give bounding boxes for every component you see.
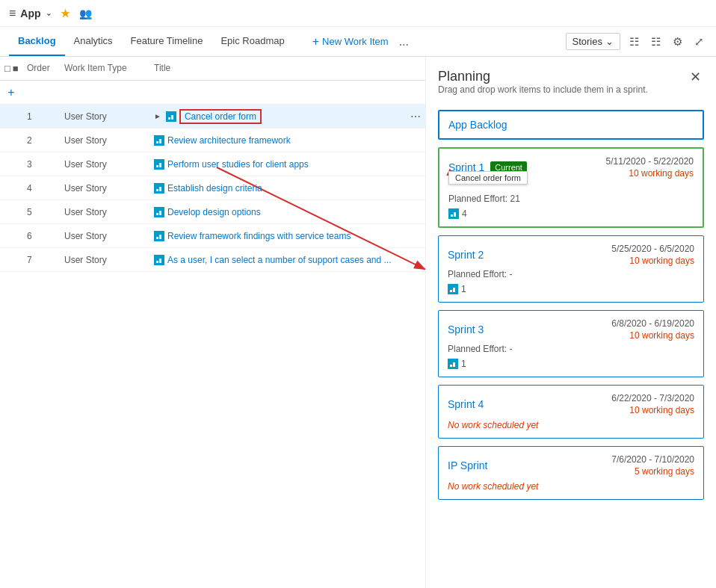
item-title-link[interactable]: As a user, I can select a number of supp… (167, 255, 392, 265)
settings-icon[interactable]: ⚙ (670, 34, 685, 50)
tab-feature-timeline[interactable]: Feature Timeline (122, 27, 212, 56)
collapse-all-icon[interactable]: ■ (13, 63, 19, 74)
item-title-link[interactable]: Review framework findings with service t… (167, 231, 351, 241)
row-type: User Story (60, 134, 149, 147)
app-chevron-icon[interactable]: ⌄ (46, 9, 52, 17)
sprint-count: 4 (462, 208, 467, 219)
sprint-working-days: 10 working days (611, 256, 694, 266)
tab-analytics[interactable]: Analytics (65, 27, 122, 56)
sprint-count: 1 (461, 359, 466, 369)
sprint-dates: 7/6/2020 - 7/10/2020 (611, 454, 694, 465)
nav-right: Stories ⌄ ☷ ☷ ⚙ ⤢ (566, 33, 707, 50)
sprint-name: Sprint 4 (448, 398, 484, 410)
sprint-effort: Planned Effort: - (448, 269, 694, 279)
stories-label: Stories (573, 36, 602, 47)
story-type-icon (154, 231, 164, 241)
item-title-link[interactable]: Review architecture framework (167, 135, 291, 146)
story-count-icon (448, 359, 458, 369)
tab-epic-roadmap[interactable]: Epic Roadmap (212, 27, 293, 56)
row-more-button[interactable]: ⋯ (410, 111, 421, 123)
row-number: 1 (22, 110, 60, 123)
sprint-3-header: Sprint 3 6/8/2020 - 6/19/2020 10 working… (448, 318, 694, 341)
story-type-icon (154, 255, 164, 265)
sprint-name: App Backlog (448, 119, 507, 131)
expand-all-icon[interactable]: □ (4, 63, 10, 74)
table-row: 5 User Story Develop design options ⋯ (0, 200, 425, 224)
sprint-1-card[interactable]: Sprint 1 Current 5/11/2020 - 5/22/2020 1… (438, 147, 704, 228)
sprint-dates: 5/11/2020 - 5/22/2020 (606, 156, 694, 167)
sprint-name: IP Sprint (448, 459, 487, 471)
story-type-icon (154, 183, 164, 194)
row-title-cell: Perform user studies for client apps ⋯ (149, 157, 425, 172)
sprint-working-days: 10 working days (611, 405, 694, 415)
story-type-icon (154, 159, 164, 170)
row-number: 6 (22, 229, 60, 243)
top-bar: ≡ App ⌄ ★ 👥 (0, 0, 716, 27)
table-row: 7 User Story As a user, I can select a n… (0, 248, 425, 272)
story-count-icon (448, 208, 459, 219)
grid-icon: ≡ (9, 7, 16, 20)
new-work-item-button[interactable]: + New Work Item (306, 35, 395, 49)
row-type: User Story (60, 110, 149, 123)
sprint-3-card[interactable]: Sprint 3 6/8/2020 - 6/19/2020 10 working… (438, 310, 704, 377)
item-title-link[interactable]: Perform user studies for client apps (167, 159, 309, 170)
table-row: 4 User Story Establish design criteria ⋯ (0, 176, 425, 200)
row-title-cell: Develop design options ⋯ (149, 205, 425, 220)
sprint-4-header: Sprint 4 6/22/2020 - 7/3/2020 10 working… (448, 393, 694, 415)
add-row: + (0, 81, 425, 105)
ip-sprint-header: IP Sprint 7/6/2020 - 7/10/2020 5 working… (448, 454, 694, 477)
sprint-4-card[interactable]: Sprint 4 6/22/2020 - 7/3/2020 10 working… (438, 385, 704, 439)
chevron-expand-icon[interactable]: ► (154, 112, 161, 120)
columns-icon[interactable]: ☷ (626, 34, 642, 50)
item-title-link[interactable]: Establish design criteria (167, 183, 262, 194)
item-title-link[interactable]: Cancel order form (185, 111, 256, 122)
sprint-name: Sprint 3 (448, 324, 484, 335)
stories-chevron-icon: ⌄ (605, 36, 614, 47)
item-title-link[interactable]: Develop design options (167, 207, 261, 217)
sprint-name: Sprint 2 (448, 249, 484, 261)
more-button[interactable]: ... (395, 35, 413, 49)
expand-icon[interactable]: ⤢ (691, 34, 707, 50)
ip-sprint-card[interactable]: IP Sprint 7/6/2020 - 7/10/2020 5 working… (438, 446, 704, 500)
sprint-items: 1 (448, 359, 694, 369)
table-row: 6 User Story Review framework findings w… (0, 224, 425, 248)
people-icon[interactable]: 👥 (79, 7, 92, 19)
row-number: 5 (22, 205, 60, 219)
app-title: ≡ App ⌄ ★ 👥 (9, 7, 92, 20)
row-type: User Story (60, 205, 149, 219)
star-icon[interactable]: ★ (61, 7, 70, 19)
sprint-2-header: Sprint 2 5/25/2020 - 6/5/2020 10 working… (448, 244, 694, 266)
plus-icon: + (312, 35, 319, 49)
main-content: □ ■ Order Work Item Type Title + 1 User … (0, 57, 716, 588)
sprint-working-days: 10 working days (611, 330, 694, 341)
nav-tabs: Backlog Analytics Feature Timeline Epic … (9, 27, 294, 56)
story-type-icon (166, 111, 176, 122)
add-item-button[interactable]: + (0, 84, 22, 101)
sprint-dates: 5/25/2020 - 6/5/2020 (611, 244, 694, 254)
story-count-icon (448, 284, 458, 294)
header-icons: □ ■ (0, 60, 22, 77)
type-header: Work Item Type (60, 60, 149, 77)
row-number: 7 (22, 253, 60, 267)
sprint-dates: 6/22/2020 - 7/3/2020 (611, 393, 694, 403)
sprint-items: 1 (448, 284, 694, 294)
stories-dropdown[interactable]: Stories ⌄ (566, 33, 620, 50)
table-row: 1 User Story ► Cancel order form ⋯ (0, 105, 425, 129)
row-type: User Story (60, 158, 149, 171)
title-header: Title (149, 60, 425, 77)
row-title-cell: As a user, I can select a number of supp… (149, 253, 425, 267)
sprint-no-work-text: No work scheduled yet (448, 420, 694, 430)
app-backlog-card[interactable]: App Backlog (438, 110, 704, 140)
tab-backlog[interactable]: Backlog (9, 27, 65, 56)
planning-close-button[interactable]: ✕ (687, 69, 704, 85)
story-type-icon (154, 207, 164, 217)
sprint-2-card[interactable]: Sprint 2 5/25/2020 - 6/5/2020 10 working… (438, 235, 704, 303)
filter-icon[interactable]: ☷ (648, 34, 664, 50)
sprint-working-days: 5 working days (611, 466, 694, 477)
row-type: User Story (60, 182, 149, 195)
planning-title: Planning Drag and drop work items to inc… (438, 69, 648, 107)
sprint-no-work-text: No work scheduled yet (448, 481, 694, 492)
drag-tooltip: Cancel order form (448, 171, 528, 185)
story-type-icon (154, 135, 164, 146)
order-header: Order (22, 60, 60, 77)
